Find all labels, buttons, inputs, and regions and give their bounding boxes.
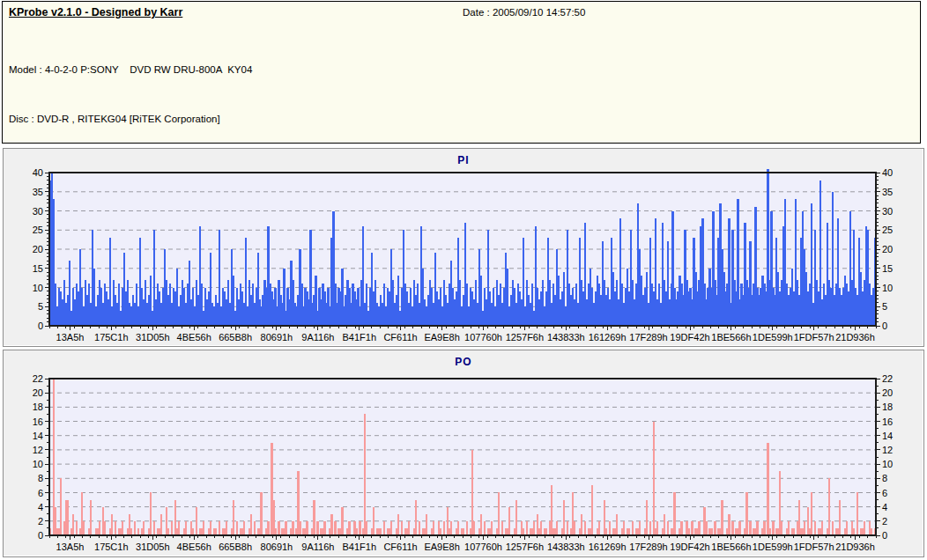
kprobe-report-window: { "header": { "title": "KProbe v2.1.0 - … bbox=[0, 0, 927, 560]
svg-text:30: 30 bbox=[33, 206, 43, 217]
svg-text:21D936h: 21D936h bbox=[835, 542, 875, 552]
svg-text:14: 14 bbox=[33, 431, 43, 441]
svg-text:31D05h: 31D05h bbox=[136, 542, 170, 552]
svg-text:143833h: 143833h bbox=[547, 542, 585, 552]
svg-text:665B8h: 665B8h bbox=[219, 542, 252, 552]
svg-text:21D936h: 21D936h bbox=[835, 332, 875, 343]
svg-text:25: 25 bbox=[882, 225, 893, 235]
svg-text:9A116h: 9A116h bbox=[301, 542, 334, 552]
po-chart-panel: PO 0022446688101012121414161618182020222… bbox=[3, 350, 924, 557]
svg-text:1DE599h: 1DE599h bbox=[753, 542, 793, 552]
svg-text:665B8h: 665B8h bbox=[219, 332, 252, 343]
svg-text:13A5h: 13A5h bbox=[56, 542, 85, 552]
svg-text:143833h: 143833h bbox=[547, 332, 585, 343]
svg-text:17F289h: 17F289h bbox=[629, 332, 667, 343]
scan-date-label: Date : 2005/09/10 14:57:50 bbox=[463, 7, 585, 18]
svg-text:12: 12 bbox=[33, 445, 43, 455]
svg-text:175C1h: 175C1h bbox=[94, 332, 129, 343]
svg-text:20: 20 bbox=[882, 387, 893, 398]
svg-text:2: 2 bbox=[38, 516, 43, 527]
svg-text:8: 8 bbox=[38, 473, 43, 483]
svg-text:19DF42h: 19DF42h bbox=[670, 332, 709, 343]
svg-text:1257F6h: 1257F6h bbox=[506, 542, 544, 552]
svg-text:31D05h: 31D05h bbox=[136, 332, 170, 343]
svg-text:25: 25 bbox=[33, 225, 43, 235]
svg-text:22: 22 bbox=[33, 373, 43, 384]
svg-text:8: 8 bbox=[882, 473, 887, 483]
svg-text:14: 14 bbox=[882, 431, 893, 441]
svg-text:15: 15 bbox=[33, 263, 43, 274]
svg-text:107760h: 107760h bbox=[464, 332, 502, 343]
svg-text:30: 30 bbox=[882, 206, 893, 217]
svg-text:9A116h: 9A116h bbox=[301, 332, 334, 343]
svg-text:40: 40 bbox=[33, 167, 43, 178]
svg-text:B41F1h: B41F1h bbox=[343, 332, 377, 343]
svg-text:13A5h: 13A5h bbox=[56, 332, 85, 343]
svg-text:15: 15 bbox=[882, 263, 893, 274]
svg-text:0: 0 bbox=[882, 530, 887, 541]
svg-text:161269h: 161269h bbox=[589, 332, 627, 343]
svg-text:10: 10 bbox=[882, 459, 893, 469]
svg-text:80691h: 80691h bbox=[261, 542, 293, 552]
svg-text:1FDF57h: 1FDF57h bbox=[794, 542, 834, 552]
pi-chart: 0055101015152020252530303535404013A5h175… bbox=[4, 149, 923, 346]
svg-text:4BE56h: 4BE56h bbox=[177, 542, 211, 552]
svg-text:2: 2 bbox=[882, 516, 887, 527]
po-chart: 0022446688101012121414161618182020222213… bbox=[4, 350, 923, 556]
svg-text:17F289h: 17F289h bbox=[629, 542, 667, 552]
svg-text:18: 18 bbox=[33, 402, 43, 412]
svg-text:6: 6 bbox=[882, 488, 887, 498]
app-title: KProbe v2.1.0 - Designed by Karr bbox=[9, 6, 182, 18]
svg-text:0: 0 bbox=[882, 321, 887, 331]
svg-text:20: 20 bbox=[33, 244, 43, 254]
svg-text:10: 10 bbox=[33, 283, 43, 293]
svg-text:175C1h: 175C1h bbox=[94, 542, 129, 552]
svg-text:B41F1h: B41F1h bbox=[343, 542, 377, 552]
svg-text:4: 4 bbox=[882, 502, 887, 512]
svg-text:40: 40 bbox=[882, 167, 893, 178]
svg-text:161269h: 161269h bbox=[589, 542, 627, 552]
svg-text:20: 20 bbox=[33, 387, 43, 398]
svg-text:0: 0 bbox=[38, 321, 43, 331]
plot-background bbox=[49, 379, 876, 535]
svg-text:CF611h: CF611h bbox=[383, 542, 417, 552]
svg-text:EA9E8h: EA9E8h bbox=[424, 542, 459, 552]
svg-text:1BE566h: 1BE566h bbox=[711, 542, 751, 552]
svg-text:1DE599h: 1DE599h bbox=[753, 332, 793, 343]
svg-text:6: 6 bbox=[38, 488, 43, 498]
svg-text:4: 4 bbox=[38, 502, 43, 512]
svg-text:5: 5 bbox=[882, 301, 887, 312]
info-line-disc: Disc : DVD-R , RITEKG04 [RiTEK Corporati… bbox=[9, 111, 252, 128]
svg-text:12: 12 bbox=[882, 445, 893, 455]
svg-text:107760h: 107760h bbox=[464, 542, 502, 552]
svg-text:16: 16 bbox=[33, 416, 43, 427]
svg-text:18: 18 bbox=[882, 402, 893, 412]
svg-text:CF611h: CF611h bbox=[383, 332, 417, 343]
svg-text:35: 35 bbox=[33, 187, 43, 197]
svg-text:4BE56h: 4BE56h bbox=[177, 332, 211, 343]
svg-text:1FDF57h: 1FDF57h bbox=[794, 332, 834, 343]
svg-text:5: 5 bbox=[38, 301, 43, 312]
report-header-box: KProbe v2.1.0 - Designed by Karr Date : … bbox=[2, 1, 921, 144]
svg-text:22: 22 bbox=[882, 373, 893, 384]
svg-text:0: 0 bbox=[38, 530, 43, 541]
pi-chart-panel: PI 0055101015152020252530303535404013A5h… bbox=[3, 148, 924, 347]
svg-text:1257F6h: 1257F6h bbox=[506, 332, 544, 343]
svg-text:1BE566h: 1BE566h bbox=[711, 332, 751, 343]
svg-text:10: 10 bbox=[882, 283, 893, 293]
info-line-model: Model : 4-0-2-0 P:SONY DVD RW DRU-800A K… bbox=[9, 62, 252, 78]
svg-text:20: 20 bbox=[882, 244, 893, 254]
svg-text:35: 35 bbox=[882, 187, 893, 197]
svg-text:EA9E8h: EA9E8h bbox=[424, 332, 459, 343]
svg-text:19DF42h: 19DF42h bbox=[670, 542, 709, 552]
svg-text:80691h: 80691h bbox=[261, 332, 293, 343]
svg-text:10: 10 bbox=[33, 459, 43, 469]
svg-text:16: 16 bbox=[882, 416, 893, 427]
